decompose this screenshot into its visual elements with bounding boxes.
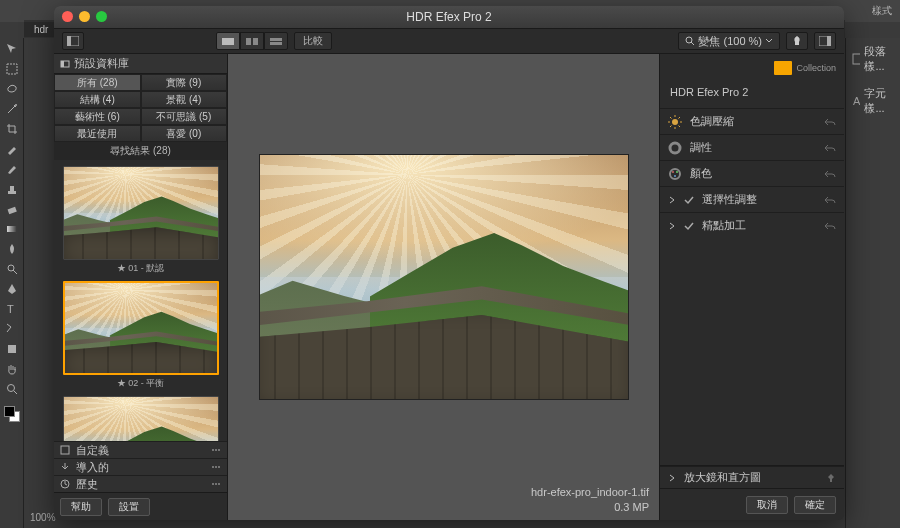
view-single-button[interactable] (216, 32, 240, 50)
move-tool-icon[interactable] (5, 42, 19, 56)
section-label: 精點加工 (702, 218, 746, 233)
eraser-tool-icon[interactable] (5, 202, 19, 216)
adjust-section[interactable]: 顏色 (660, 160, 844, 186)
stamp-tool-icon[interactable] (5, 182, 19, 196)
host-panel-character[interactable]: A字元樣... (846, 80, 900, 122)
crop-tool-icon[interactable] (5, 122, 19, 136)
svg-point-48 (674, 175, 676, 177)
pen-tool-icon[interactable] (5, 282, 19, 296)
row-icon (60, 445, 70, 455)
ring-icon (668, 141, 682, 155)
wand-tool-icon[interactable] (5, 102, 19, 116)
zoom-tool-icon[interactable] (5, 382, 19, 396)
undo-icon[interactable] (824, 221, 836, 231)
preset-category[interactable]: 藝術性 (6) (54, 108, 141, 125)
svg-line-41 (679, 125, 681, 127)
svg-point-26 (215, 449, 217, 451)
preset-category[interactable]: 不可思議 (5) (141, 108, 228, 125)
preset-thumb-label: ★ 02 - 平衡 (117, 377, 165, 390)
left-footer: 幫助 設置 (54, 492, 227, 520)
bulb-button[interactable] (786, 32, 808, 50)
check-icon (684, 195, 694, 205)
preset-category[interactable]: 最近使用 (54, 125, 141, 142)
compare-button[interactable]: 比較 (294, 32, 332, 50)
preset-thumb[interactable]: ★ 01 - 默認 (62, 166, 219, 275)
panel-title: HDR Efex Pro 2 (660, 82, 844, 108)
row-menu-icon[interactable] (211, 481, 221, 487)
svg-rect-5 (7, 226, 17, 232)
svg-point-29 (215, 466, 217, 468)
file-size: 0.3 MP (531, 500, 649, 514)
preset-library-header[interactable]: 預設資料庫 (54, 54, 227, 74)
preset-panel: 預設資料庫 所有 (28)實際 (9)結構 (4)景觀 (4)藝術性 (6)不可… (54, 54, 228, 520)
undo-icon[interactable] (824, 169, 836, 179)
svg-rect-2 (8, 191, 16, 194)
preset-category[interactable]: 實際 (9) (141, 74, 228, 91)
undo-icon[interactable] (824, 117, 836, 127)
shape-tool-icon[interactable] (5, 342, 19, 356)
help-button[interactable]: 幫助 (60, 498, 102, 516)
loupe-section[interactable]: 放大鏡和直方圖 (660, 466, 844, 488)
panel-toggle-left-button[interactable] (62, 32, 84, 50)
preset-thumbnails: ★ 01 - 默認★ 02 - 平衡★ 03 - 深沉 1 (54, 160, 227, 441)
host-tool-palette: T (0, 38, 24, 528)
svg-text:A: A (853, 95, 860, 107)
adjust-section[interactable]: 精點加工 (660, 212, 844, 238)
svg-point-46 (672, 171, 674, 173)
palette-icon (668, 167, 682, 181)
undo-icon[interactable] (824, 143, 836, 153)
preset-category[interactable]: 喜愛 (0) (141, 125, 228, 142)
marquee-tool-icon[interactable] (5, 62, 19, 76)
hand-tool-icon[interactable] (5, 362, 19, 376)
ok-button[interactable]: 確定 (794, 496, 836, 514)
preset-category[interactable]: 景觀 (4) (141, 91, 228, 108)
pin-icon[interactable] (826, 473, 836, 483)
svg-rect-15 (246, 38, 251, 45)
adjust-section[interactable]: 選擇性調整 (660, 186, 844, 212)
results-header: 尋找結果 (28) (54, 142, 227, 160)
svg-point-45 (670, 169, 680, 179)
svg-rect-16 (253, 38, 258, 45)
row-menu-icon[interactable] (211, 447, 221, 453)
preset-thumb-label: ★ 01 - 默認 (117, 262, 165, 275)
adjust-section[interactable]: 調性 (660, 134, 844, 160)
preset-thumb[interactable]: ★ 03 - 深沉 1 (62, 396, 219, 441)
eyedropper-tool-icon[interactable] (5, 142, 19, 156)
panel-toggle-right-button[interactable] (814, 32, 836, 50)
maximize-button[interactable] (96, 11, 107, 22)
section-label: 選擇性調整 (702, 192, 757, 207)
host-panel-paragraph[interactable]: 段落樣... (846, 38, 900, 80)
path-tool-icon[interactable] (5, 322, 19, 336)
svg-rect-3 (10, 186, 14, 191)
minimize-button[interactable] (79, 11, 90, 22)
toolbar: 比較 變焦 (100 %) (54, 28, 844, 54)
titlebar: HDR Efex Pro 2 (54, 6, 844, 28)
view-split-h-button[interactable] (264, 32, 288, 50)
chevron-right-icon (668, 196, 676, 204)
preset-subsection[interactable]: 歷史 (54, 475, 227, 492)
image-preview[interactable] (259, 154, 629, 400)
svg-point-28 (212, 466, 214, 468)
preset-category[interactable]: 結構 (4) (54, 91, 141, 108)
preset-subsection[interactable]: 導入的 (54, 458, 227, 475)
undo-icon[interactable] (824, 195, 836, 205)
preset-category[interactable]: 所有 (28) (54, 74, 141, 91)
view-split-v-button[interactable] (240, 32, 264, 50)
settings-button[interactable]: 設置 (108, 498, 150, 516)
row-menu-icon[interactable] (211, 464, 221, 470)
dodge-tool-icon[interactable] (5, 262, 19, 276)
host-style-label: 樣式 (872, 4, 892, 18)
lasso-tool-icon[interactable] (5, 82, 19, 96)
cancel-button[interactable]: 取消 (746, 496, 788, 514)
close-button[interactable] (62, 11, 73, 22)
type-tool-icon[interactable]: T (5, 302, 19, 316)
gradient-tool-icon[interactable] (5, 222, 19, 236)
brush-tool-icon[interactable] (5, 162, 19, 176)
blur-tool-icon[interactable] (5, 242, 19, 256)
color-swatch[interactable] (4, 406, 20, 422)
preset-subsection[interactable]: 自定義 (54, 441, 227, 458)
preset-thumb[interactable]: ★ 02 - 平衡 (62, 281, 219, 390)
adjust-section[interactable]: 色調壓縮 (660, 108, 844, 134)
row-icon (60, 479, 70, 489)
zoom-dropdown[interactable]: 變焦 (100 %) (678, 32, 780, 50)
